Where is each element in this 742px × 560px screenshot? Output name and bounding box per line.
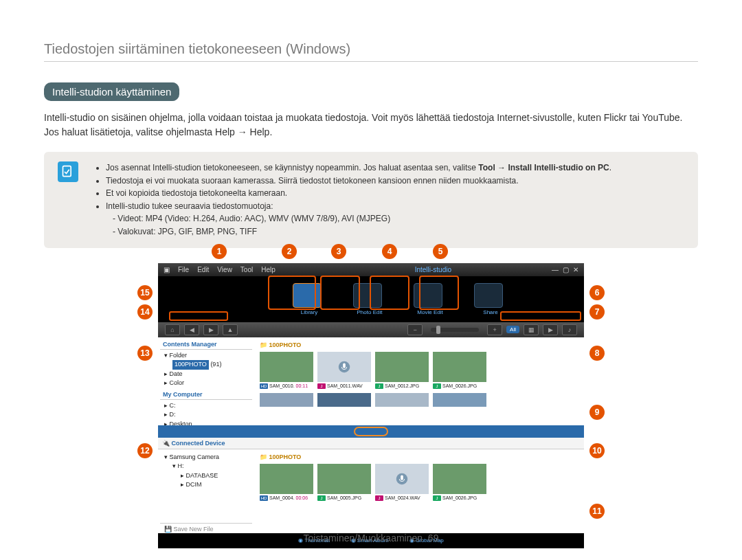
intro-text: Intelli-studio on sisäinen ohjelma, joll… <box>44 112 682 137</box>
menu-tool[interactable]: Tool <box>240 266 253 273</box>
app-icon: ▣ <box>164 266 170 273</box>
callout-12: 12 <box>137 443 153 458</box>
thumbnail[interactable]: JSAM_0011.WAV <box>317 352 371 389</box>
filter-video-icon[interactable]: ▶ <box>543 324 558 335</box>
thumbnail[interactable]: JSAM_0005.JPG <box>317 464 371 501</box>
lower-body: ▾ Samsung Camera ▾ H: ▸ DATABASE ▸ DCIM … <box>158 449 584 533</box>
callout-11: 11 <box>589 504 605 519</box>
tree-c[interactable]: ▸ C: <box>164 401 248 411</box>
callout-6: 6 <box>589 285 605 300</box>
highlight-box <box>320 276 360 310</box>
highlight-box <box>419 276 459 310</box>
intro-paragraph: Intelli-studio on sisäinen ohjelma, joll… <box>44 111 698 139</box>
folder-header-top: 📁 100PHOTO <box>257 340 581 350</box>
info-icon <box>58 161 78 182</box>
highlight-box <box>370 276 409 310</box>
thumb-area-bottom: 📁 100PHOTO HDSAM_0004.00:06JSAM_0005.JPG… <box>254 449 584 533</box>
callout-13: 13 <box>137 346 153 361</box>
thumbnail[interactable]: JSAM_0024.WAV <box>375 464 429 501</box>
svg-rect-2 <box>343 363 346 368</box>
app-title: Intelli-studio <box>415 266 451 273</box>
tree-100photo-count: (91) <box>210 361 221 368</box>
callout-15: 15 <box>137 285 153 300</box>
callout-1: 1 <box>212 244 227 259</box>
callout-3: 3 <box>331 244 346 259</box>
tree-d[interactable]: ▸ D: <box>164 410 248 420</box>
window-min-icon[interactable]: — <box>552 266 559 273</box>
zoom-minus-button[interactable]: − <box>407 324 423 335</box>
info-item-2: Tiedostoja ei voi muokata suoraan kamera… <box>106 175 684 188</box>
connected-device-panel: ▾ Samsung Camera ▾ H: ▸ DATABASE ▸ DCIM … <box>158 449 254 533</box>
thumbnail[interactable]: JSAM_0012.JPG <box>375 352 429 389</box>
window-max-icon[interactable]: ▢ <box>563 266 569 273</box>
info-item-4: Intelli-studio tukee seuraavia tiedostom… <box>106 200 684 238</box>
info-item-1: Jos asennat Intelli-studion tietokoneese… <box>106 161 684 175</box>
footer-section: Toistaminen/Muokkaaminen <box>304 533 423 544</box>
divider-row <box>158 425 584 438</box>
menu-file[interactable]: File <box>178 266 189 273</box>
thumbnail[interactable]: HDSAM_0004.00:06 <box>260 464 313 501</box>
tree-database[interactable]: ▸ DATABASE <box>164 471 248 481</box>
tree-folder[interactable]: ▾ Folder <box>164 351 248 361</box>
svg-rect-4 <box>401 475 403 480</box>
upper-body: Contents Manager ▾ Folder 100PHOTO (91) … <box>158 337 584 425</box>
thumb-area-top: 📁 100PHOTO HDSAM_0010.00:11JSAM_0011.WAV… <box>254 337 584 425</box>
nav-home-button[interactable]: ⌂ <box>165 324 180 335</box>
thumbnail[interactable]: JSAM_0026.JPG <box>433 464 486 501</box>
callout-5: 5 <box>433 244 448 259</box>
contents-manager-panel: Contents Manager ▾ Folder 100PHOTO (91) … <box>158 337 254 425</box>
callout-2: 2 <box>282 244 297 259</box>
callout-8: 8 <box>589 346 605 361</box>
filter-photo-icon[interactable]: ▦ <box>524 324 539 335</box>
callout-4: 4 <box>382 244 397 259</box>
section-heading: Intelli-studion käyttäminen <box>44 82 179 101</box>
thumbnail[interactable]: HDSAM_0010.00:11 <box>260 352 313 389</box>
tree-camera[interactable]: ▾ Samsung Camera <box>164 453 248 462</box>
nav-forward-button[interactable]: ▶ <box>203 324 218 335</box>
highlight-box <box>169 311 228 321</box>
zoom-slider[interactable] <box>431 328 479 332</box>
menubar: ▣ File Edit View Tool Help Intelli-studi… <box>158 263 584 276</box>
footer-page-number: 69 <box>428 533 439 544</box>
thumbnail[interactable]: JSAM_0026.JPG <box>433 352 486 389</box>
info-item-3: Et voi kopioida tiedostoja tietokoneelta… <box>106 187 684 200</box>
callout-14: 14 <box>137 304 153 320</box>
highlight-box <box>268 276 316 310</box>
page-title: Tiedostojen siirtäminen tietokoneeseen (… <box>44 41 698 62</box>
zoom-plus-button[interactable]: + <box>487 324 502 335</box>
tree-h[interactable]: ▾ H: <box>164 462 248 471</box>
divider-handle[interactable] <box>354 427 388 436</box>
page-footer: Toistaminen/Muokkaaminen 69 <box>0 533 742 544</box>
svg-rect-0 <box>63 166 71 177</box>
tree-date[interactable]: ▸ Date <box>164 370 248 379</box>
share-button[interactable]: Share <box>474 283 507 315</box>
info-item-4a: Videot: MP4 (Video: H.264, Audio: AAC), … <box>113 212 684 225</box>
info-item-4b: Valokuvat: JPG, GIF, BMP, PNG, TIFF <box>113 225 684 238</box>
filter-audio-icon[interactable]: ♪ <box>562 324 577 335</box>
nav-up-button[interactable]: ▲ <box>223 324 238 335</box>
window-close-icon[interactable]: ✕ <box>573 266 578 273</box>
callout-7: 7 <box>589 304 605 320</box>
menu-edit[interactable]: Edit <box>197 266 209 273</box>
folder-header-bottom: 📁 100PHOTO <box>257 452 581 462</box>
callout-10: 10 <box>589 443 605 458</box>
diagram-wrap: 1 2 3 4 5 15 14 13 12 6 7 8 9 10 11 ▣ Fi… <box>158 263 584 548</box>
menu-help[interactable]: Help <box>261 266 276 273</box>
highlight-box <box>500 311 581 321</box>
connected-device-header: 🔌 Connected Device <box>158 438 584 449</box>
nav-row: ⌂ ◀ ▶ ▲ − + All ▦ ▶ ♪ <box>158 322 584 337</box>
tree-dcim[interactable]: ▸ DCIM <box>164 480 248 490</box>
filter-all[interactable]: All <box>506 326 519 333</box>
callout-9: 9 <box>589 405 605 420</box>
tree-100photo[interactable]: 100PHOTO <box>172 360 209 370</box>
contents-manager-header: Contents Manager <box>160 339 252 350</box>
nav-back-button[interactable]: ◀ <box>184 324 199 335</box>
menu-view[interactable]: View <box>217 266 232 273</box>
my-computer-header: My Computer <box>160 390 252 400</box>
info-box: Jos asennat Intelli-studion tietokoneese… <box>44 152 698 248</box>
tree-color[interactable]: ▸ Color <box>164 379 248 388</box>
